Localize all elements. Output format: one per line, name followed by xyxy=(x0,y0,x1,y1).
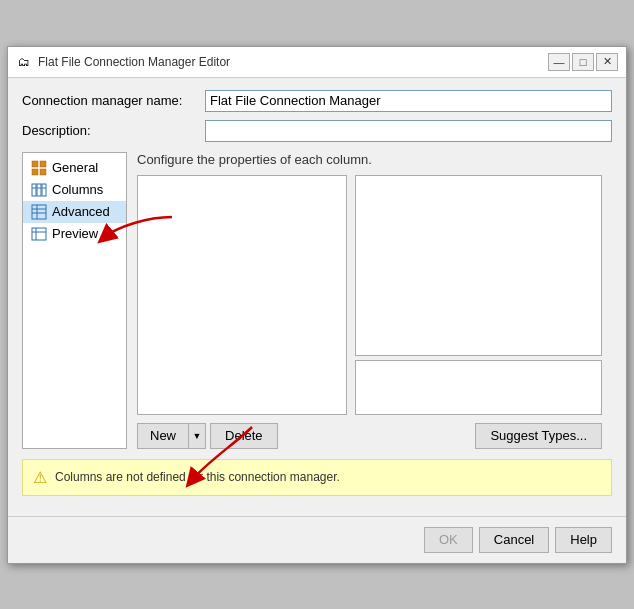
warning-text: Columns are not defined for this connect… xyxy=(55,470,340,484)
svg-rect-3 xyxy=(40,169,46,175)
connection-name-input[interactable] xyxy=(205,90,612,112)
nav-panel: General xyxy=(22,152,127,449)
delete-button[interactable]: Delete xyxy=(210,423,278,449)
preview-icon xyxy=(31,226,47,242)
title-buttons: — □ ✕ xyxy=(548,53,618,71)
title-bar-left: 🗂 Flat File Connection Manager Editor xyxy=(16,54,230,70)
ok-button[interactable]: OK xyxy=(424,527,473,553)
warning-bar: ⚠ Columns are not defined for this conne… xyxy=(22,459,612,496)
connection-name-row: Connection manager name: xyxy=(22,90,612,112)
dialog-footer: OK Cancel Help xyxy=(8,516,626,563)
columns-icon xyxy=(31,182,47,198)
svg-rect-10 xyxy=(32,205,46,219)
sidebar-item-advanced[interactable]: Advanced xyxy=(23,201,126,223)
sidebar-item-preview[interactable]: Preview xyxy=(23,223,126,245)
window-body: Connection manager name: Description: xyxy=(8,78,626,508)
buttons-row: New ▼ Delete Suggest Types... xyxy=(137,423,602,449)
title-bar: 🗂 Flat File Connection Manager Editor — … xyxy=(8,47,626,78)
minimize-button[interactable]: — xyxy=(548,53,570,71)
description-input[interactable] xyxy=(205,120,612,142)
new-button-group: New ▼ xyxy=(137,423,206,449)
sidebar-item-columns[interactable]: Columns xyxy=(23,179,126,201)
window-title: Flat File Connection Manager Editor xyxy=(38,55,230,69)
properties-panel xyxy=(355,175,602,415)
connection-name-label: Connection manager name: xyxy=(22,93,197,108)
description-label: Description: xyxy=(22,123,197,138)
advanced-label: Advanced xyxy=(52,204,110,219)
content-area: Configure the properties of each column. xyxy=(127,152,612,449)
columns-area xyxy=(137,175,602,415)
description-row: Description: xyxy=(22,120,612,142)
general-label: General xyxy=(52,160,98,175)
general-icon xyxy=(31,160,47,176)
preview-label: Preview xyxy=(52,226,98,241)
close-button[interactable]: ✕ xyxy=(596,53,618,71)
svg-rect-5 xyxy=(37,184,41,196)
warning-icon: ⚠ xyxy=(33,468,47,487)
columns-label: Columns xyxy=(52,182,103,197)
svg-rect-6 xyxy=(42,184,46,196)
maximize-button[interactable]: □ xyxy=(572,53,594,71)
sidebar-item-general[interactable]: General xyxy=(23,157,126,179)
svg-rect-4 xyxy=(32,184,36,196)
advanced-icon xyxy=(31,204,47,220)
main-window: 🗂 Flat File Connection Manager Editor — … xyxy=(7,46,627,564)
svg-rect-0 xyxy=(32,161,38,167)
help-button[interactable]: Help xyxy=(555,527,612,553)
cancel-button[interactable]: Cancel xyxy=(479,527,549,553)
nav-content-area: General xyxy=(22,152,612,449)
content-description: Configure the properties of each column. xyxy=(137,152,602,167)
properties-top-panel xyxy=(355,175,602,356)
nav-content-wrapper: General xyxy=(22,152,612,449)
svg-rect-2 xyxy=(32,169,38,175)
suggest-types-button[interactable]: Suggest Types... xyxy=(475,423,602,449)
svg-rect-1 xyxy=(40,161,46,167)
properties-bottom-panel xyxy=(355,360,602,415)
new-button[interactable]: New xyxy=(137,423,188,449)
columns-list-panel[interactable] xyxy=(137,175,347,415)
svg-rect-14 xyxy=(32,228,46,240)
window-icon: 🗂 xyxy=(16,54,32,70)
new-dropdown-button[interactable]: ▼ xyxy=(188,423,206,449)
